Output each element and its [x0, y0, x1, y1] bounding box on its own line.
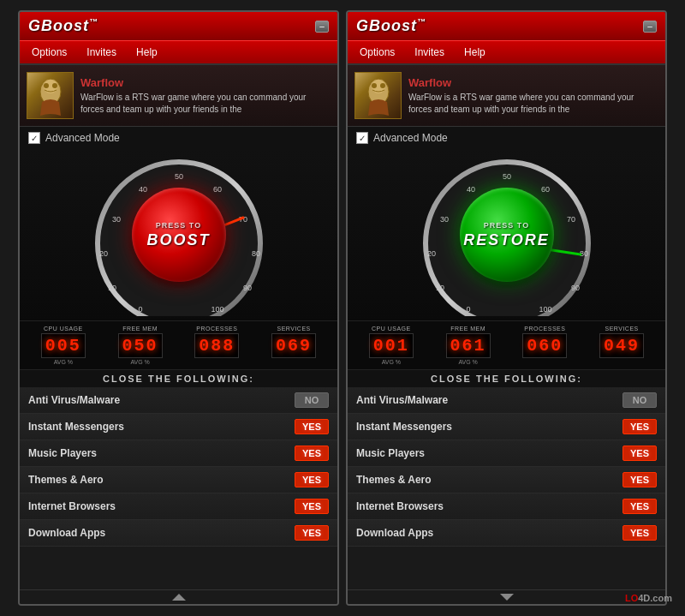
- left-browsers-name: Internet Browsers: [28, 500, 116, 512]
- left-scroll-up-arrow[interactable]: [172, 594, 186, 601]
- right-download-name: Download Apps: [356, 527, 433, 539]
- left-gauge-container: 50 60 40 70 30 80 20 90 10 100 0: [85, 153, 273, 316]
- left-action-label: BOOST: [146, 231, 210, 249]
- left-menu-options[interactable]: Options: [28, 45, 70, 60]
- left-items-list: Anti Virus/Malware NO Instant Messengers…: [20, 387, 337, 589]
- svg-text:10: 10: [435, 284, 444, 292]
- right-stat-proc: PROCESSES 060: [509, 326, 582, 365]
- right-svc-label: SERVICES: [605, 326, 638, 332]
- svg-point-22: [372, 83, 377, 88]
- left-stats-bar: CPU USAGE 005 AVG % FREE MEM 050 AVG % P…: [20, 320, 337, 370]
- left-ad-title: Warflow: [80, 76, 331, 89]
- right-advanced-label: Advanced Mode: [373, 132, 448, 144]
- svg-point-23: [380, 83, 385, 88]
- left-close-following: CLOSE THE FOLLOWING:: [20, 370, 337, 387]
- right-title-bar: GBoost™ –: [348, 12, 665, 41]
- left-menu-invites[interactable]: Invites: [83, 45, 120, 60]
- svg-point-2: [44, 83, 49, 88]
- left-cpu-sub: AVG %: [54, 359, 73, 365]
- right-menu-help[interactable]: Help: [461, 45, 489, 60]
- right-proc-sub: [544, 359, 545, 365]
- right-item-messengers: Instant Messengers YES: [348, 414, 665, 440]
- left-title-bar: GBoost™ –: [20, 12, 337, 41]
- left-press-label: PRESS TO: [156, 221, 201, 230]
- right-menu-bar: Options Invites Help: [348, 41, 665, 65]
- svg-text:100: 100: [539, 305, 551, 314]
- right-item-browsers: Internet Browsers YES: [348, 493, 665, 520]
- left-item-messengers: Instant Messengers YES: [20, 414, 337, 440]
- right-browsers-badge: YES: [622, 499, 657, 514]
- left-ad-artwork: [27, 73, 73, 118]
- left-gauge-area: 50 60 40 70 30 80 20 90 10 100 0: [20, 149, 337, 320]
- right-minimize-button[interactable]: –: [643, 21, 657, 33]
- right-menu-invites[interactable]: Invites: [411, 45, 448, 60]
- left-browsers-badge: YES: [295, 499, 329, 514]
- left-antivirus-badge: NO: [295, 392, 329, 408]
- right-action-label: RESTORE: [463, 231, 550, 249]
- right-themes-badge: YES: [622, 472, 657, 487]
- right-restore-button[interactable]: PRESS TO RESTORE: [460, 188, 554, 282]
- right-item-download: Download Apps YES: [348, 520, 665, 547]
- left-title: GBoost™: [28, 17, 98, 35]
- right-ad-title: Warflow: [408, 76, 658, 89]
- left-boost-button[interactable]: PRESS TO BOOST: [132, 188, 226, 282]
- right-messengers-badge: YES: [622, 419, 657, 434]
- svg-text:70: 70: [566, 215, 575, 224]
- left-menu-help[interactable]: Help: [133, 45, 161, 60]
- svg-text:0: 0: [466, 305, 470, 314]
- left-download-name: Download Apps: [28, 527, 105, 539]
- left-item-themes: Themes & Aero YES: [20, 467, 337, 493]
- left-minimize-button[interactable]: –: [315, 21, 329, 33]
- right-ad-desc: WarFlow is a RTS war game where you can …: [408, 92, 658, 116]
- left-svc-sub: [293, 359, 295, 365]
- right-items-list: Anti Virus/Malware NO Instant Messengers…: [348, 387, 665, 589]
- svg-text:40: 40: [466, 185, 474, 194]
- right-close-following: CLOSE THE FOLLOWING:: [348, 370, 665, 387]
- right-scroll-down-arrow[interactable]: [500, 594, 514, 601]
- right-ad-image: [354, 72, 402, 119]
- left-item-antivirus: Anti Virus/Malware NO: [20, 387, 337, 414]
- left-item-browsers: Internet Browsers YES: [20, 493, 337, 520]
- right-cpu-value: 001: [369, 333, 414, 358]
- left-messengers-badge: YES: [295, 419, 329, 434]
- svg-text:60: 60: [540, 185, 549, 194]
- right-menu-options[interactable]: Options: [356, 45, 398, 60]
- right-themes-name: Themes & Aero: [356, 474, 432, 486]
- left-proc-label: PROCESSES: [196, 326, 237, 332]
- right-proc-value: 060: [522, 333, 567, 358]
- right-mem-value: 061: [446, 333, 491, 358]
- right-advanced-checkbox[interactable]: ✓: [356, 132, 368, 144]
- left-themes-name: Themes & Aero: [28, 474, 104, 486]
- svg-text:50: 50: [502, 172, 510, 181]
- right-ad-text: Warflow WarFlow is a RTS war game where …: [408, 76, 658, 116]
- right-svc-value: 049: [599, 333, 644, 358]
- left-cpu-value: 005: [41, 333, 86, 358]
- right-antivirus-badge: NO: [622, 392, 657, 408]
- watermark: LO4D.com: [625, 593, 672, 603]
- right-browsers-name: Internet Browsers: [356, 500, 444, 512]
- left-advanced-label: Advanced Mode: [45, 132, 120, 144]
- left-stat-svc: SERVICES 069: [257, 326, 331, 365]
- left-advanced-checkbox[interactable]: ✓: [28, 132, 40, 144]
- left-ad-desc: WarFlow is a RTS war game where you can …: [80, 92, 331, 116]
- right-antivirus-name: Anti Virus/Malware: [356, 394, 448, 406]
- right-panel: GBoost™ – Options Invites Help: [346, 10, 667, 606]
- left-menu-bar: Options Invites Help: [20, 41, 337, 65]
- right-item-antivirus: Anti Virus/Malware NO: [348, 387, 665, 414]
- left-item-download: Download Apps YES: [20, 520, 337, 547]
- left-proc-value: 088: [194, 333, 239, 358]
- right-cpu-label: CPU USAGE: [372, 326, 411, 332]
- right-music-name: Music Players: [356, 447, 425, 459]
- right-proc-label: PROCESSES: [524, 326, 565, 332]
- svg-text:20: 20: [98, 249, 107, 258]
- left-panel: GBoost™ – Options Invites Help: [18, 10, 339, 606]
- right-close-title: CLOSE THE FOLLOWING:: [354, 374, 658, 384]
- right-item-music: Music Players YES: [348, 440, 665, 467]
- left-antivirus-name: Anti Virus/Malware: [28, 394, 120, 406]
- svg-text:90: 90: [570, 284, 579, 292]
- left-close-title: CLOSE THE FOLLOWING:: [27, 374, 331, 384]
- left-ad-text: Warflow WarFlow is a RTS war game where …: [80, 76, 331, 116]
- right-ad-artwork: [355, 73, 401, 118]
- watermark-highlight: LO: [625, 593, 638, 603]
- right-messengers-name: Instant Messengers: [356, 421, 452, 433]
